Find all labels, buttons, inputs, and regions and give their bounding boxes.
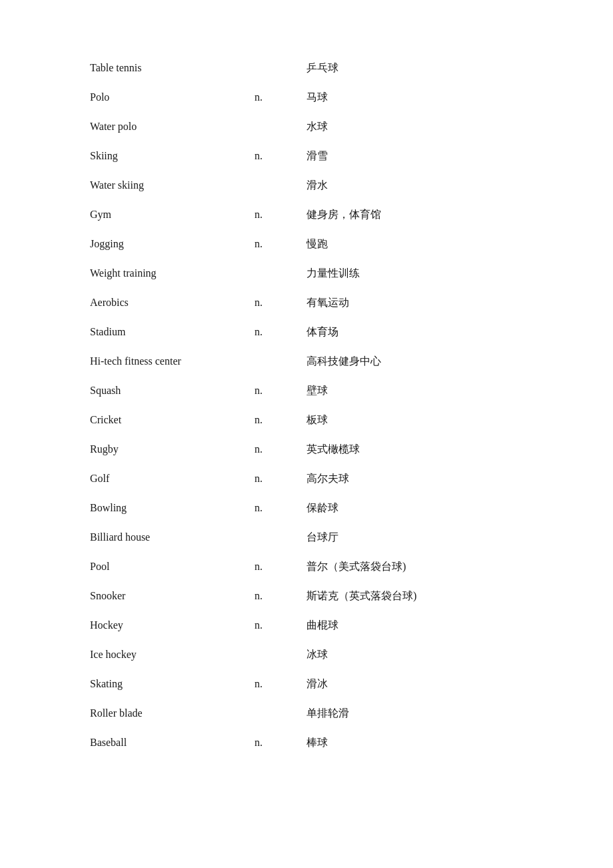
table-row: Skiingn.滑雪: [90, 141, 523, 171]
chinese-translation: 英式橄榄球: [306, 435, 523, 464]
english-term: Water polo: [90, 112, 255, 141]
english-term: Water skiing: [90, 171, 255, 200]
table-row: Weight training力量性训练: [90, 259, 523, 288]
chinese-translation: 滑水: [306, 171, 523, 200]
english-term: Jogging: [90, 229, 255, 259]
part-of-speech: n.: [255, 611, 306, 640]
table-row: Hockeyn.曲棍球: [90, 611, 523, 640]
table-row: Rugbyn.英式橄榄球: [90, 435, 523, 464]
chinese-translation: 力量性训练: [306, 259, 523, 288]
vocabulary-table: Table tennis乒乓球Polon.马球Water polo水球Skiin…: [90, 53, 523, 757]
chinese-translation: 水球: [306, 112, 523, 141]
english-term: Cricket: [90, 405, 255, 435]
english-term: Pool: [90, 552, 255, 581]
part-of-speech: n.: [255, 376, 306, 405]
english-term: Table tennis: [90, 53, 255, 83]
english-term: Billiard house: [90, 523, 255, 552]
english-term: Snooker: [90, 581, 255, 611]
part-of-speech: n.: [255, 405, 306, 435]
english-term: Skiing: [90, 141, 255, 171]
english-term: Squash: [90, 376, 255, 405]
chinese-translation: 板球: [306, 405, 523, 435]
table-row: Snookern.斯诺克（英式落袋台球): [90, 581, 523, 611]
part-of-speech: [255, 112, 306, 141]
table-row: Bowlingn.保龄球: [90, 493, 523, 523]
chinese-translation: 斯诺克（英式落袋台球): [306, 581, 523, 611]
chinese-translation: 台球厅: [306, 523, 523, 552]
part-of-speech: n.: [255, 728, 306, 757]
english-term: Aerobics: [90, 288, 255, 317]
chinese-translation: 普尔（美式落袋台球): [306, 552, 523, 581]
chinese-translation: 高尔夫球: [306, 464, 523, 493]
chinese-translation: 马球: [306, 83, 523, 112]
chinese-translation: 有氧运动: [306, 288, 523, 317]
table-row: Billiard house台球厅: [90, 523, 523, 552]
part-of-speech: [255, 523, 306, 552]
part-of-speech: n.: [255, 464, 306, 493]
table-row: Aerobicsn.有氧运动: [90, 288, 523, 317]
part-of-speech: n.: [255, 288, 306, 317]
chinese-translation: 保龄球: [306, 493, 523, 523]
table-row: Stadiumn.体育场: [90, 317, 523, 347]
table-row: Pooln.普尔（美式落袋台球): [90, 552, 523, 581]
part-of-speech: [255, 171, 306, 200]
chinese-translation: 乒乓球: [306, 53, 523, 83]
table-row: Joggingn.慢跑: [90, 229, 523, 259]
table-row: Water polo水球: [90, 112, 523, 141]
english-term: Ice hockey: [90, 640, 255, 669]
table-row: Cricketn.板球: [90, 405, 523, 435]
part-of-speech: [255, 347, 306, 376]
chinese-translation: 壁球: [306, 376, 523, 405]
part-of-speech: n.: [255, 581, 306, 611]
part-of-speech: n.: [255, 200, 306, 229]
part-of-speech: n.: [255, 141, 306, 171]
table-row: Roller blade单排轮滑: [90, 699, 523, 728]
english-term: Weight training: [90, 259, 255, 288]
part-of-speech: n.: [255, 317, 306, 347]
english-term: Stadium: [90, 317, 255, 347]
english-term: Gym: [90, 200, 255, 229]
chinese-translation: 体育场: [306, 317, 523, 347]
english-term: Hi-tech fitness center: [90, 347, 255, 376]
english-term: Rugby: [90, 435, 255, 464]
chinese-translation: 曲棍球: [306, 611, 523, 640]
english-term: Bowling: [90, 493, 255, 523]
english-term: Hockey: [90, 611, 255, 640]
part-of-speech: n.: [255, 83, 306, 112]
part-of-speech: n.: [255, 552, 306, 581]
english-term: Baseball: [90, 728, 255, 757]
table-row: Squashn.壁球: [90, 376, 523, 405]
part-of-speech: n.: [255, 229, 306, 259]
chinese-translation: 健身房，体育馆: [306, 200, 523, 229]
english-term: Roller blade: [90, 699, 255, 728]
table-row: Water skiing滑水: [90, 171, 523, 200]
chinese-translation: 滑雪: [306, 141, 523, 171]
chinese-translation: 棒球: [306, 728, 523, 757]
part-of-speech: n.: [255, 435, 306, 464]
table-row: Golfn.高尔夫球: [90, 464, 523, 493]
part-of-speech: [255, 699, 306, 728]
table-row: Skatingn.滑冰: [90, 669, 523, 699]
english-term: Golf: [90, 464, 255, 493]
part-of-speech: n.: [255, 669, 306, 699]
table-row: Hi-tech fitness center高科技健身中心: [90, 347, 523, 376]
part-of-speech: [255, 53, 306, 83]
chinese-translation: 单排轮滑: [306, 699, 523, 728]
chinese-translation: 滑冰: [306, 669, 523, 699]
english-term: Skating: [90, 669, 255, 699]
part-of-speech: [255, 259, 306, 288]
chinese-translation: 慢跑: [306, 229, 523, 259]
part-of-speech: [255, 640, 306, 669]
table-row: Polon.马球: [90, 83, 523, 112]
table-row: Gymn.健身房，体育馆: [90, 200, 523, 229]
part-of-speech: n.: [255, 493, 306, 523]
table-row: Ice hockey冰球: [90, 640, 523, 669]
chinese-translation: 高科技健身中心: [306, 347, 523, 376]
english-term: Polo: [90, 83, 255, 112]
table-row: Baseballn.棒球: [90, 728, 523, 757]
table-row: Table tennis乒乓球: [90, 53, 523, 83]
chinese-translation: 冰球: [306, 640, 523, 669]
